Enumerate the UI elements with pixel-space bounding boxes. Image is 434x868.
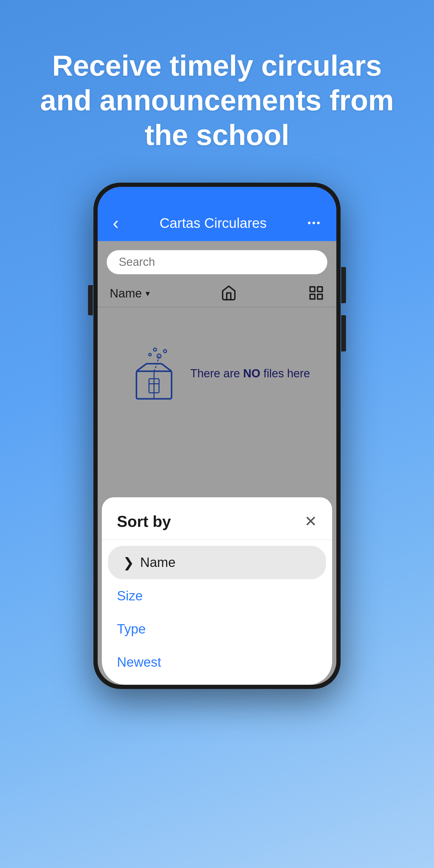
- app-body: Name ▾: [98, 241, 336, 518]
- hero-title: Receive timely circulars and announcemen…: [30, 48, 404, 153]
- sort-option-type[interactable]: Type: [102, 613, 332, 646]
- home-icon[interactable]: [221, 285, 237, 302]
- phone-frame: ‹ Cartas Circulares ••• Name ▾: [93, 183, 341, 689]
- close-sort-button[interactable]: ✕: [304, 514, 317, 529]
- phone-mockup: ‹ Cartas Circulares ••• Name ▾: [93, 183, 341, 815]
- volume-button: [88, 285, 93, 315]
- grid-view-icon[interactable]: [308, 285, 324, 302]
- sort-option-type-label: Type: [117, 621, 146, 637]
- empty-message: There are NO files here: [190, 367, 310, 380]
- power-button-top: [341, 267, 346, 303]
- empty-state: There are NO files here: [98, 307, 336, 518]
- empty-box-icon: [124, 344, 184, 404]
- chevron-down-icon: ▾: [146, 288, 150, 299]
- sort-option-newest-label: Newest: [117, 655, 161, 670]
- sort-option-newest[interactable]: Newest: [102, 646, 332, 679]
- empty-bold: NO: [243, 367, 260, 380]
- svg-point-12: [164, 350, 167, 352]
- empty-suffix: files here: [260, 367, 310, 380]
- more-options-button[interactable]: •••: [307, 217, 321, 228]
- search-input[interactable]: [107, 250, 327, 274]
- sort-options-list: ❯ Name Size Type Newest: [102, 540, 332, 685]
- svg-line-6: [161, 364, 172, 371]
- sort-sheet: Sort by ✕ ❯ Name Size Type Newest: [102, 497, 332, 685]
- svg-rect-2: [317, 294, 322, 299]
- sort-option-name[interactable]: ❯ Name: [108, 546, 326, 579]
- sort-selected-icon: ❯: [123, 555, 134, 570]
- sort-option-size[interactable]: Size: [102, 579, 332, 613]
- sort-option-size-label: Size: [117, 588, 143, 603]
- svg-point-14: [149, 353, 151, 355]
- empty-prefix: There are: [190, 367, 243, 380]
- status-bar: [98, 187, 336, 205]
- sort-sheet-title: Sort by: [117, 513, 171, 530]
- svg-rect-3: [310, 294, 315, 299]
- app-header: ‹ Cartas Circulares •••: [98, 205, 336, 241]
- sort-option-name-label: Name: [140, 555, 176, 570]
- hero-section: Receive timely circulars and announcemen…: [0, 0, 434, 177]
- back-button[interactable]: ‹: [113, 213, 119, 233]
- svg-point-13: [154, 348, 157, 351]
- svg-rect-0: [310, 287, 315, 291]
- sort-sheet-header: Sort by ✕: [102, 497, 332, 540]
- search-area: [98, 241, 336, 280]
- power-button-bottom: [341, 315, 346, 351]
- toolbar: Name ▾: [98, 280, 336, 307]
- svg-rect-1: [317, 287, 322, 291]
- sort-label: Name: [110, 287, 142, 300]
- phone-screen: ‹ Cartas Circulares ••• Name ▾: [98, 187, 336, 685]
- sort-name-button[interactable]: Name ▾: [110, 287, 150, 300]
- empty-message-row: There are NO files here: [124, 344, 310, 404]
- page-title: Cartas Circulares: [160, 215, 267, 231]
- svg-line-5: [136, 364, 147, 371]
